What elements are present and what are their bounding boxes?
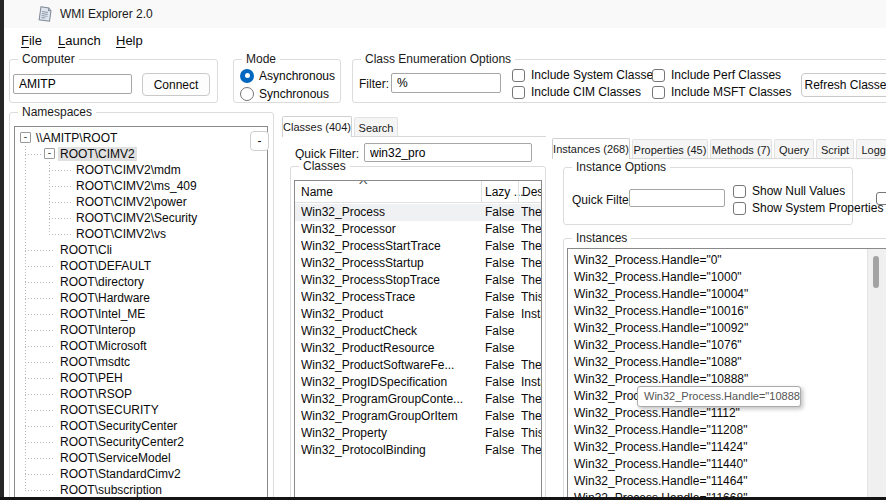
table-row[interactable]: Win32_ProductFalseInstan	[295, 306, 541, 323]
vertical-scrollbar[interactable]	[867, 249, 886, 500]
class-description-cell: The P	[521, 239, 542, 253]
tab-search[interactable]: Search	[354, 117, 398, 137]
table-row[interactable]: Win32_ProtocolBindingFalseThe W	[295, 442, 541, 459]
tree-node[interactable]: ROOT\SecurityCenter	[15, 418, 267, 434]
checkbox-include-system-classes[interactable]: Include System Classes	[512, 68, 659, 82]
class-description-cell: Instan	[521, 375, 542, 389]
tree-node[interactable]: -\\AMITP\ROOT	[15, 130, 267, 146]
radio-selected-icon	[240, 69, 254, 83]
tab-query[interactable]: Query	[774, 139, 814, 159]
radio-synchronous[interactable]: Synchronous	[240, 86, 329, 101]
tab-properties[interactable]: Properties (45)	[632, 139, 708, 159]
table-row[interactable]: Win32_ProductCheckFalse	[295, 323, 541, 340]
tree-node[interactable]: ROOT\DEFAULT	[15, 258, 267, 274]
table-row[interactable]: Win32_PropertyFalseThis t	[295, 425, 541, 442]
table-row[interactable]: Win32_ProcessStartTraceFalseThe P	[295, 238, 541, 255]
table-row[interactable]: Win32_ProgramGroupConte...FalseThe W	[295, 391, 541, 408]
tree-node-label: ROOT\Cli	[58, 243, 114, 257]
table-row[interactable]: Win32_ProcessStartupFalseThe W	[295, 255, 541, 272]
tree-node[interactable]: ROOT\SECURITY	[15, 402, 267, 418]
table-row[interactable]: Win32_ProcessorFalseThe W	[295, 221, 541, 238]
connect-button[interactable]: Connect	[142, 73, 210, 96]
tree-node[interactable]: ROOT\ServiceModel	[15, 450, 267, 466]
checkbox-show-null-values[interactable]: Show Null Values	[733, 184, 845, 198]
class-name-cell: Win32_ProcessTrace	[301, 290, 479, 304]
table-row[interactable]: Win32_ProgIDSpecificationFalseInstan	[295, 374, 541, 391]
tree-node[interactable]: ROOT\CIMV2\ms_409	[15, 178, 267, 194]
tree-node[interactable]: ROOT\PEH	[15, 370, 267, 386]
instances-list[interactable]: Win32_Process.Handle="0"Win32_Process.Ha…	[567, 248, 886, 500]
checkbox-include-cim-classes[interactable]: Include CIM Classes	[512, 85, 641, 99]
tree-node[interactable]: ROOT\msdtc	[15, 354, 267, 370]
tree-node[interactable]: -ROOT\CIMV2	[15, 146, 267, 162]
wmi-explorer-window: WMI Explorer 2.0 File Launch Help Comput…	[0, 0, 886, 500]
tree-node[interactable]: ROOT\Hardware	[15, 290, 267, 306]
column-header-name[interactable]: Name	[301, 185, 333, 199]
class-description-cell: The W	[521, 222, 542, 236]
table-row[interactable]: Win32_ProcessStopTraceFalseThe P	[295, 272, 541, 289]
list-item[interactable]: Win32_Process.Handle="1112"	[574, 406, 740, 423]
tree-connector	[49, 202, 71, 203]
column-separator[interactable]	[481, 181, 482, 203]
radio-asynchronous[interactable]: Asynchronous	[240, 68, 335, 83]
table-row[interactable]: Win32_ProductSoftwareFe...FalseThe C	[295, 357, 541, 374]
menu-file[interactable]: File	[17, 31, 46, 50]
tree-node[interactable]: ROOT\Interop	[15, 322, 267, 338]
list-item[interactable]: Win32_Process.Handle="10016"	[574, 304, 748, 321]
tab-script[interactable]: Script	[816, 139, 854, 159]
tree-node[interactable]: ROOT\CIMV2\Security	[15, 210, 267, 226]
computer-name-input[interactable]	[13, 74, 132, 94]
column-header-description[interactable]: Description	[522, 185, 542, 199]
list-item[interactable]: Win32_Process.Handle="11424"	[574, 440, 747, 457]
list-item[interactable]: Win32_Process.Handle="11464"	[574, 474, 747, 491]
instances-quick-filter-input[interactable]	[629, 189, 725, 207]
classes-quick-filter-input[interactable]	[364, 143, 532, 162]
list-item[interactable]: Win32_Process.Handle="0"	[574, 253, 722, 270]
list-item[interactable]: Win32_Process.Handle="1088"	[574, 355, 742, 372]
list-item[interactable]: Win32_Process.Handle="1000"	[574, 270, 742, 287]
scrollbar-thumb[interactable]	[873, 256, 879, 288]
tree-node[interactable]: ROOT\StandardCimv2	[15, 466, 267, 482]
checkbox-partial-offscreen[interactable]	[876, 192, 886, 205]
collapse-tree-button[interactable]: -	[250, 131, 269, 151]
tree-node[interactable]: ROOT\CIMV2\mdm	[15, 162, 267, 178]
table-row[interactable]: Win32_ProgramGroupOrItemFalseThe W	[295, 408, 541, 425]
expand-toggle-icon[interactable]: -	[20, 132, 31, 143]
list-item[interactable]: Win32_Process.Handle="11440"	[574, 457, 747, 474]
tree-node[interactable]: ROOT\Cli	[15, 242, 267, 258]
group-namespaces-label: Namespaces	[18, 106, 96, 119]
tree-connector	[25, 410, 55, 411]
list-item[interactable]: Win32_Process.Handle="10092"	[574, 321, 748, 338]
tree-node[interactable]: ROOT\CIMV2\vs	[15, 226, 267, 242]
refresh-classes-button[interactable]: Refresh Classes	[801, 73, 886, 97]
tree-node[interactable]: ROOT\Microsoft	[15, 338, 267, 354]
tab-logging[interactable]: Logging	[856, 139, 886, 159]
tree-node-label: ROOT\Hardware	[58, 291, 152, 305]
tab-methods[interactable]: Methods (7)	[710, 139, 772, 159]
list-item[interactable]: Win32_Process.Handle="10004"	[574, 287, 748, 304]
tab-classes[interactable]: Classes (404)	[282, 116, 352, 137]
tab-instances[interactable]: Instances (268)	[552, 138, 630, 159]
expand-toggle-icon[interactable]: -	[44, 148, 55, 159]
checkbox-show-system-properties[interactable]: Show System Properties	[733, 201, 883, 215]
tree-node[interactable]: ROOT\SecurityCenter2	[15, 434, 267, 450]
tree-node[interactable]: ROOT\CIMV2\power	[15, 194, 267, 210]
tree-node[interactable]: ROOT\RSOP	[15, 386, 267, 402]
table-row[interactable]: Win32_ProcessFalseThe W	[295, 204, 541, 221]
table-row[interactable]: Win32_ProductResourceFalse	[295, 340, 541, 357]
namespaces-tree[interactable]: -\\AMITP\ROOT-ROOT\CIMV2ROOT\CIMV2\mdmRO…	[14, 126, 268, 500]
checkbox-include-msft-classes[interactable]: Include MSFT Classes	[652, 85, 792, 99]
tree-node[interactable]: ROOT\subscription	[15, 482, 267, 498]
list-item[interactable]: Win32_Process.Handle="11208"	[574, 423, 747, 440]
tree-node[interactable]: ROOT\directory	[15, 274, 267, 290]
menu-help[interactable]: Help	[112, 31, 147, 50]
tree-node-label: ROOT\CIMV2\Security	[74, 211, 199, 225]
list-item[interactable]: Win32_Process.Handle="1076"	[574, 338, 742, 355]
tree-node[interactable]: ROOT\Intel_ME	[15, 306, 267, 322]
filter-input[interactable]	[391, 73, 501, 93]
menu-launch[interactable]: Launch	[54, 31, 105, 50]
checkbox-include-perf-classes[interactable]: Include Perf Classes	[652, 68, 781, 82]
class-lazy-cell: False	[485, 256, 517, 270]
table-row[interactable]: Win32_ProcessTraceFalseThis e	[295, 289, 541, 306]
column-separator[interactable]	[518, 181, 519, 203]
